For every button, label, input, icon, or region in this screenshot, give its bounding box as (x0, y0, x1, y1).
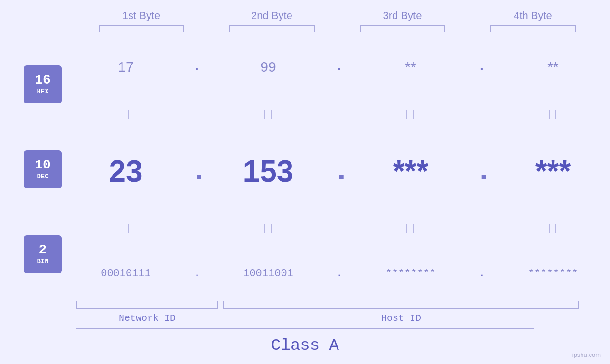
bracket-top-2 (229, 25, 315, 32)
hex-val-4: ** (547, 59, 558, 75)
host-id-label: Host ID (223, 313, 579, 324)
eq-2-2: || (204, 223, 332, 234)
bin-dot-1: . (190, 268, 204, 280)
hex-badge-num: 16 (35, 73, 51, 88)
bin-dot-2: . (332, 268, 347, 280)
hex-badge: 16 HEX (24, 65, 62, 103)
dec-cell-1: 23 (62, 154, 190, 189)
byte-label-4: 4th Byte (468, 9, 598, 22)
hex-dot-1: . (190, 59, 204, 74)
hex-val-2: 99 (260, 59, 276, 75)
byte-col-1: 1st Byte (76, 9, 206, 32)
bracket-bottom-row (76, 301, 610, 309)
dec-row: 23 . 153 . *** . *** (62, 154, 610, 189)
eq-2-1: || (62, 223, 190, 234)
dec-badge: 10 DEC (24, 150, 62, 188)
bin-row: 00010111 . 10011001 . ******** . *******… (62, 268, 610, 280)
bracket-bottom-host (223, 301, 579, 309)
byte-col-2: 2nd Byte (206, 9, 337, 32)
byte-headers: 1st Byte 2nd Byte 3rd Byte 4th Byte (76, 9, 610, 32)
bin-val-1: 00010111 (101, 268, 151, 280)
hex-cell-2: 99 (204, 59, 332, 75)
class-label: Class A (271, 336, 339, 355)
dec-dot-3: . (475, 154, 489, 188)
byte-label-1: 1st Byte (76, 9, 206, 22)
id-labels-row: Network ID Host ID (76, 313, 610, 324)
bin-val-2: 10011001 (243, 268, 293, 280)
dec-val-3: *** (393, 154, 429, 189)
bin-cell-2: 10011001 (204, 268, 332, 280)
byte-col-3: 3rd Byte (337, 9, 468, 32)
eq-1-4: || (489, 109, 610, 120)
dec-cell-4: *** (489, 154, 610, 189)
dec-val-1: 23 (109, 154, 142, 189)
class-area: Class A (76, 328, 534, 355)
bin-badge-num: 2 (39, 243, 47, 258)
eq-2-4: || (489, 223, 610, 234)
rows-col: 17 . 99 . ** . ** || || (62, 37, 610, 301)
hex-cell-4: ** (489, 59, 610, 75)
dec-dot-1: . (190, 154, 204, 188)
byte-label-3: 3rd Byte (337, 9, 468, 22)
main-container: 1st Byte 2nd Byte 3rd Byte 4th Byte 16 H… (0, 0, 610, 364)
hex-dot-3: . (475, 59, 489, 74)
eq-1-2: || (204, 109, 332, 120)
dec-badge-num: 10 (35, 158, 51, 173)
bin-cell-4: ******** (489, 268, 610, 280)
eq-1-1: || (62, 109, 190, 120)
byte-col-4: 4th Byte (468, 9, 598, 32)
eq-row-1: || || || || (62, 109, 610, 120)
bin-badge: 2 BIN (24, 235, 62, 273)
eq-1-3: || (347, 109, 475, 120)
bin-cell-3: ******** (347, 268, 475, 280)
bin-val-4: ******** (528, 268, 578, 280)
bracket-bottom-net (76, 301, 218, 309)
badges-col: 16 HEX 10 DEC 2 BIN (24, 37, 62, 301)
bin-cell-1: 00010111 (62, 268, 190, 280)
bin-badge-label: BIN (37, 258, 48, 265)
dec-cell-2: 153 (204, 154, 332, 189)
eq-2-3: || (347, 223, 475, 234)
bracket-top-3 (360, 25, 445, 32)
byte-label-2: 2nd Byte (206, 9, 337, 22)
dec-val-2: 153 (243, 154, 294, 189)
bin-dot-3: . (475, 268, 489, 280)
bracket-top-4 (490, 25, 576, 32)
bracket-top-1 (99, 25, 184, 32)
hex-val-1: 17 (118, 59, 133, 75)
hex-row: 17 . 99 . ** . ** (62, 59, 610, 75)
bin-val-3: ******** (385, 268, 436, 280)
hex-dot-2: . (332, 59, 347, 74)
hex-cell-1: 17 (62, 59, 190, 75)
watermark: ipshu.com (572, 351, 601, 358)
eq-row-2: || || || || (62, 223, 610, 234)
network-id-label: Network ID (76, 313, 218, 324)
hex-cell-3: ** (347, 59, 475, 75)
dec-dot-2: . (332, 154, 347, 188)
hex-val-3: ** (405, 59, 416, 75)
dec-badge-label: DEC (37, 173, 48, 180)
bottom-section: Network ID Host ID (76, 301, 610, 324)
dec-val-4: *** (535, 154, 571, 189)
content-area: 16 HEX 10 DEC 2 BIN 17 . 99 (24, 37, 610, 301)
hex-badge-label: HEX (37, 88, 48, 95)
dec-cell-3: *** (347, 154, 475, 189)
